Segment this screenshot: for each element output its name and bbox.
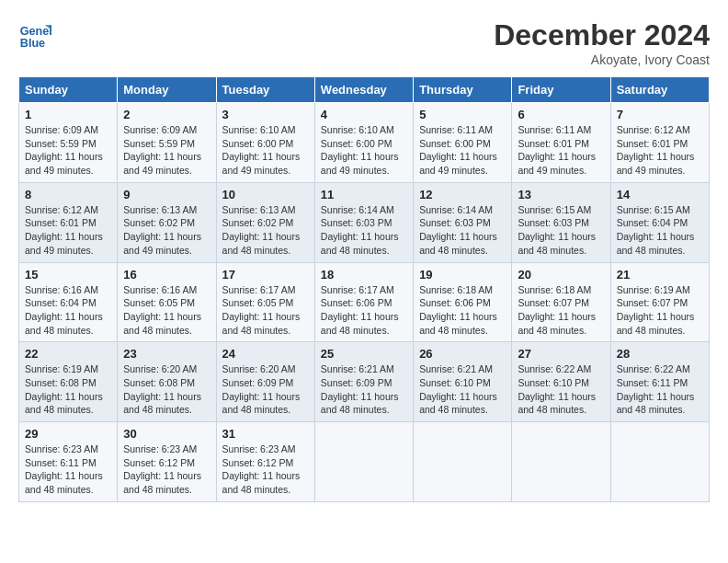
day-info: Sunrise: 6:20 AM Sunset: 6:09 PM Dayligh… [222,362,309,417]
calendar-cell: 3 Sunrise: 6:10 AM Sunset: 6:00 PM Dayli… [216,103,314,183]
day-number: 26 [419,347,506,361]
day-number: 28 [617,347,703,361]
day-number: 12 [419,188,506,201]
day-info: Sunrise: 6:15 AM Sunset: 6:04 PM Dayligh… [617,203,703,258]
calendar-cell: 7 Sunrise: 6:12 AM Sunset: 6:01 PM Dayli… [610,103,709,183]
day-info: Sunrise: 6:12 AM Sunset: 6:01 PM Dayligh… [25,203,111,258]
day-info: Sunrise: 6:13 AM Sunset: 6:02 PM Dayligh… [222,203,309,258]
calendar-cell: 14 Sunrise: 6:15 AM Sunset: 6:04 PM Dayl… [610,182,709,262]
month-title: December 2024 [494,18,710,52]
day-info: Sunrise: 6:11 AM Sunset: 6:00 PM Dayligh… [419,123,506,178]
day-info: Sunrise: 6:13 AM Sunset: 6:02 PM Dayligh… [123,203,210,258]
day-info: Sunrise: 6:22 AM Sunset: 6:11 PM Dayligh… [617,362,703,417]
day-number: 25 [321,347,407,361]
day-info: Sunrise: 6:21 AM Sunset: 6:10 PM Dayligh… [419,362,506,417]
day-info: Sunrise: 6:18 AM Sunset: 6:07 PM Dayligh… [518,283,604,338]
calendar-cell: 12 Sunrise: 6:14 AM Sunset: 6:03 PM Dayl… [414,182,512,262]
col-tuesday: Tuesday [216,77,314,103]
day-number: 5 [419,108,506,121]
day-number: 20 [518,268,604,282]
col-saturday: Saturday [610,77,709,103]
day-info: Sunrise: 6:19 AM Sunset: 6:08 PM Dayligh… [25,362,111,417]
calendar-row: 22 Sunrise: 6:19 AM Sunset: 6:08 PM Dayl… [19,342,710,422]
day-info: Sunrise: 6:12 AM Sunset: 6:01 PM Dayligh… [617,123,703,178]
col-wednesday: Wednesday [314,77,413,103]
day-info: Sunrise: 6:14 AM Sunset: 6:03 PM Dayligh… [419,203,506,258]
calendar-cell: 25 Sunrise: 6:21 AM Sunset: 6:09 PM Dayl… [314,342,413,422]
day-number: 30 [123,427,210,441]
day-number: 21 [617,268,703,282]
calendar-cell: 4 Sunrise: 6:10 AM Sunset: 6:00 PM Dayli… [314,103,413,183]
title-area: December 2024 Akoyate, Ivory Coast [494,18,710,67]
day-number: 14 [617,188,703,201]
day-number: 10 [222,188,309,201]
header-row: Sunday Monday Tuesday Wednesday Thursday… [19,77,710,103]
day-number: 2 [123,108,210,121]
day-number: 29 [25,427,111,441]
day-info: Sunrise: 6:19 AM Sunset: 6:07 PM Dayligh… [617,283,703,338]
day-info: Sunrise: 6:22 AM Sunset: 6:10 PM Dayligh… [518,362,604,417]
calendar-row: 15 Sunrise: 6:16 AM Sunset: 6:04 PM Dayl… [19,262,710,342]
calendar-cell: 27 Sunrise: 6:22 AM Sunset: 6:10 PM Dayl… [512,342,610,422]
day-number: 16 [123,268,210,282]
calendar-cell: 10 Sunrise: 6:13 AM Sunset: 6:02 PM Dayl… [216,182,314,262]
calendar-row: 8 Sunrise: 6:12 AM Sunset: 6:01 PM Dayli… [19,182,710,262]
calendar-row: 29 Sunrise: 6:23 AM Sunset: 6:11 PM Dayl… [19,422,710,502]
day-info: Sunrise: 6:20 AM Sunset: 6:08 PM Dayligh… [123,362,210,417]
col-sunday: Sunday [19,77,118,103]
day-info: Sunrise: 6:14 AM Sunset: 6:03 PM Dayligh… [321,203,407,258]
calendar-cell: 19 Sunrise: 6:18 AM Sunset: 6:06 PM Dayl… [414,262,512,342]
calendar-cell: 22 Sunrise: 6:19 AM Sunset: 6:08 PM Dayl… [19,342,118,422]
logo-icon: General Blue [18,18,51,52]
calendar-cell: 18 Sunrise: 6:17 AM Sunset: 6:06 PM Dayl… [314,262,413,342]
day-info: Sunrise: 6:15 AM Sunset: 6:03 PM Dayligh… [518,203,604,258]
calendar-cell: 16 Sunrise: 6:16 AM Sunset: 6:05 PM Dayl… [118,262,216,342]
day-info: Sunrise: 6:10 AM Sunset: 6:00 PM Dayligh… [222,123,309,178]
day-info: Sunrise: 6:16 AM Sunset: 6:05 PM Dayligh… [123,283,210,338]
day-number: 24 [222,347,309,361]
calendar-cell: 29 Sunrise: 6:23 AM Sunset: 6:11 PM Dayl… [19,422,118,502]
day-number: 13 [518,188,604,201]
calendar-cell: 26 Sunrise: 6:21 AM Sunset: 6:10 PM Dayl… [414,342,512,422]
calendar-cell [610,422,709,502]
day-number: 17 [222,268,309,282]
calendar-cell: 30 Sunrise: 6:23 AM Sunset: 6:12 PM Dayl… [118,422,216,502]
calendar-cell: 8 Sunrise: 6:12 AM Sunset: 6:01 PM Dayli… [19,182,118,262]
day-number: 15 [25,268,111,282]
svg-text:Blue: Blue [20,37,45,50]
day-info: Sunrise: 6:17 AM Sunset: 6:06 PM Dayligh… [321,283,407,338]
calendar-cell: 31 Sunrise: 6:23 AM Sunset: 6:12 PM Dayl… [216,422,314,502]
calendar-cell: 11 Sunrise: 6:14 AM Sunset: 6:03 PM Dayl… [314,182,413,262]
day-number: 8 [25,188,111,201]
calendar-cell: 9 Sunrise: 6:13 AM Sunset: 6:02 PM Dayli… [118,182,216,262]
day-number: 23 [123,347,210,361]
calendar-body: 1 Sunrise: 6:09 AM Sunset: 5:59 PM Dayli… [19,103,710,502]
day-number: 9 [123,188,210,201]
day-number: 1 [25,108,111,121]
calendar-cell: 20 Sunrise: 6:18 AM Sunset: 6:07 PM Dayl… [512,262,610,342]
day-info: Sunrise: 6:21 AM Sunset: 6:09 PM Dayligh… [321,362,407,417]
day-info: Sunrise: 6:23 AM Sunset: 6:12 PM Dayligh… [222,442,309,497]
calendar-cell: 28 Sunrise: 6:22 AM Sunset: 6:11 PM Dayl… [610,342,709,422]
day-number: 6 [518,108,604,121]
calendar-cell: 6 Sunrise: 6:11 AM Sunset: 6:01 PM Dayli… [512,103,610,183]
day-number: 18 [321,268,407,282]
calendar-cell: 24 Sunrise: 6:20 AM Sunset: 6:09 PM Dayl… [216,342,314,422]
calendar-header: Sunday Monday Tuesday Wednesday Thursday… [19,77,710,103]
col-monday: Monday [118,77,216,103]
day-info: Sunrise: 6:18 AM Sunset: 6:06 PM Dayligh… [419,283,506,338]
day-info: Sunrise: 6:09 AM Sunset: 5:59 PM Dayligh… [25,123,111,178]
calendar-cell: 13 Sunrise: 6:15 AM Sunset: 6:03 PM Dayl… [512,182,610,262]
calendar-cell [512,422,610,502]
day-info: Sunrise: 6:10 AM Sunset: 6:00 PM Dayligh… [321,123,407,178]
day-info: Sunrise: 6:11 AM Sunset: 6:01 PM Dayligh… [518,123,604,178]
logo: General Blue [18,18,51,52]
location-subtitle: Akoyate, Ivory Coast [494,52,710,67]
day-number: 7 [617,108,703,121]
calendar-cell: 1 Sunrise: 6:09 AM Sunset: 5:59 PM Dayli… [19,103,118,183]
day-number: 4 [321,108,407,121]
calendar-cell: 21 Sunrise: 6:19 AM Sunset: 6:07 PM Dayl… [610,262,709,342]
day-info: Sunrise: 6:16 AM Sunset: 6:04 PM Dayligh… [25,283,111,338]
calendar-cell: 23 Sunrise: 6:20 AM Sunset: 6:08 PM Dayl… [118,342,216,422]
page-header: General Blue December 2024 Akoyate, Ivor… [18,18,710,67]
